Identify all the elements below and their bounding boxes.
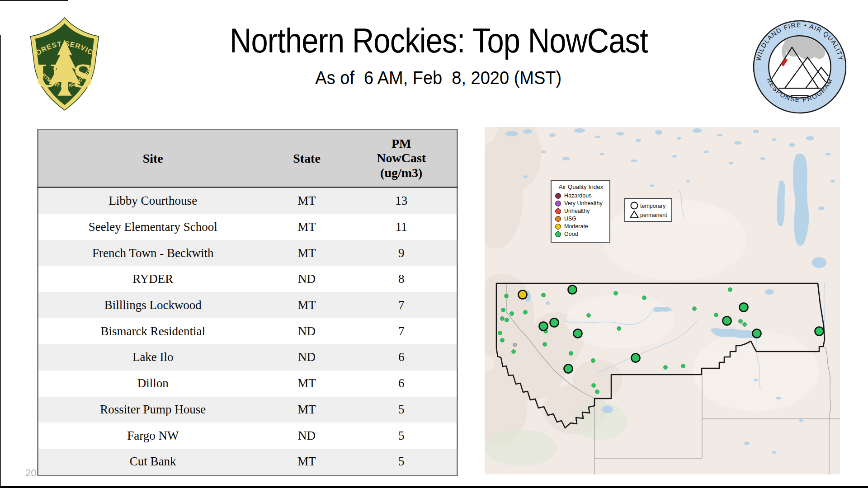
monitor-dot-small <box>681 364 685 368</box>
table-header-row: Site State PM NowCast (ug/m3) <box>38 130 458 188</box>
screen-edge-top <box>0 0 68 1</box>
wfaqrp-logo: WILDLAND FIRE • AIR QUALITY RESPONSE PRO… <box>752 19 848 115</box>
table-row: Billlings LockwoodMT7 <box>38 292 458 319</box>
monitor-type-legend: temporary permanent <box>624 198 672 222</box>
pm-value-cell: 8 <box>346 266 458 292</box>
page-subtitle: As of 6 AM, Feb 8, 2020 (MST) <box>316 68 562 88</box>
monitor-dot-small <box>505 294 509 298</box>
state-cell: MT <box>268 449 346 475</box>
monitor-dot-small <box>542 293 546 297</box>
aqi-legend-label: Good <box>564 231 578 237</box>
state-cell: MT <box>268 397 346 423</box>
aqi-legend-item: Good <box>555 231 607 237</box>
monitor-dot-small <box>501 308 505 312</box>
page-title: Northern Rockies: Top NowCast <box>230 21 648 60</box>
permanent-monitor-icon <box>630 211 638 218</box>
aqi-color-swatch <box>555 201 561 206</box>
site-cell: French Town - Beckwith <box>38 240 268 266</box>
aqi-legend-label: Unhealthy <box>564 208 590 214</box>
monitor-marker-large <box>632 354 640 362</box>
pm-value-cell: 5 <box>346 449 458 475</box>
aqi-color-swatch <box>555 224 561 230</box>
aqi-legend-item: Very Unhealthy <box>555 200 607 206</box>
table-row: Rossiter Pump HouseMT5 <box>38 397 458 423</box>
monitor-marker-large <box>753 329 761 338</box>
state-cell: ND <box>268 318 346 344</box>
pm-value-cell: 11 <box>346 214 458 240</box>
site-cell: Seeley Elementary School <box>38 214 268 240</box>
aqi-legend-label: Moderate <box>564 223 588 230</box>
site-cell: Rossiter Pump House <box>38 397 268 423</box>
monitor-dot-small <box>512 350 516 354</box>
monitor-dot-small <box>505 318 509 322</box>
pm-value-cell: 6 <box>346 344 458 371</box>
monitor-dot-small <box>693 307 697 311</box>
monitor-dot-small <box>592 384 596 388</box>
screen-edge-bottom <box>0 486 868 488</box>
site-cell: Libby Courthouse <box>38 188 268 214</box>
map-canvas <box>485 127 840 474</box>
aqi-legend-label: USG <box>564 216 576 222</box>
aqi-map <box>485 127 840 474</box>
column-header-site: Site <box>38 130 268 188</box>
monitor-marker-large <box>815 327 824 336</box>
state-cell: MT <box>268 371 346 397</box>
pm-value-cell: 13 <box>346 188 458 214</box>
aqi-legend-label: Hazardous <box>564 192 591 199</box>
aqi-color-swatch <box>555 216 561 222</box>
monitor-marker-large <box>574 329 582 338</box>
aqi-legend: Air Quality Index HazardousVery Unhealth… <box>551 180 610 243</box>
temporary-monitor-icon <box>631 202 638 209</box>
aqi-legend-item: Hazardous <box>555 192 607 199</box>
monitor-dot-small <box>498 331 502 335</box>
monitor-dot-small <box>500 317 505 321</box>
site-cell: Fargo NW <box>38 422 268 449</box>
site-cell: Bismarck Residential <box>38 318 268 344</box>
monitor-dot-small <box>743 323 747 327</box>
table-row: Seeley Elementary SchoolMT11 <box>38 214 458 240</box>
monitor-dot-small <box>595 390 599 394</box>
monitor-marker-large <box>723 317 731 325</box>
pm-value-cell: 5 <box>346 397 458 423</box>
monitor-dot-small <box>728 288 732 292</box>
site-cell: RYDER <box>38 266 268 292</box>
aqi-color-swatch <box>555 193 561 199</box>
column-header-state: State <box>268 130 346 188</box>
screen-edge-left <box>0 35 1 488</box>
monitor-marker-large <box>568 286 577 294</box>
aqi-legend-items: HazardousVery UnhealthyUnhealthyUSGModer… <box>555 192 607 237</box>
aqi-color-swatch <box>555 231 561 237</box>
state-cell: MT <box>268 292 346 319</box>
usfs-logo: FOREST SERVICE U S DEPARTMENT OF AGRICUL… <box>27 16 102 112</box>
state-cell: ND <box>268 266 346 292</box>
table-row: Libby CourthouseMT13 <box>38 188 458 214</box>
table-row: Bismarck ResidentialND7 <box>38 318 458 344</box>
pm-value-cell: 7 <box>346 292 458 319</box>
table-row: Lake IloND6 <box>38 344 458 371</box>
usfs-shield-icon: FOREST SERVICE U S DEPARTMENT OF AGRICUL… <box>27 16 102 112</box>
site-cell: Dillon <box>38 371 268 397</box>
site-cell: Lake Ilo <box>38 344 268 371</box>
aqi-legend-item: Moderate <box>555 223 607 230</box>
monitor-type-legend-canvas: temporary permanent <box>625 199 671 221</box>
table-row: Fargo NWND5 <box>38 422 458 449</box>
site-cell: Billlings Lockwood <box>38 292 268 319</box>
monitor-dot-small <box>524 310 528 314</box>
pm-value-cell: 5 <box>346 422 458 449</box>
monitor-dot-small <box>642 296 646 300</box>
monitor-marker-large <box>564 365 573 373</box>
state-cell: ND <box>268 344 346 371</box>
state-cell: MT <box>268 240 346 266</box>
pm-value-cell: 9 <box>346 240 458 266</box>
aqi-legend-label: Very Unhealthy <box>564 200 603 206</box>
monitor-dot-small <box>510 312 514 316</box>
monitor-dot-small <box>664 366 668 370</box>
pm-value-cell: 7 <box>346 318 458 344</box>
pm-value-cell: 6 <box>346 371 458 397</box>
aqi-color-swatch <box>555 208 561 214</box>
nowcast-table-body: Libby CourthouseMT13Seeley Elementary Sc… <box>38 188 458 476</box>
column-header-pm: PM NowCast (ug/m3) <box>346 130 458 188</box>
monitor-dot-small <box>500 338 505 343</box>
monitor-dot-small <box>569 352 573 356</box>
state-cell: MT <box>268 188 346 214</box>
